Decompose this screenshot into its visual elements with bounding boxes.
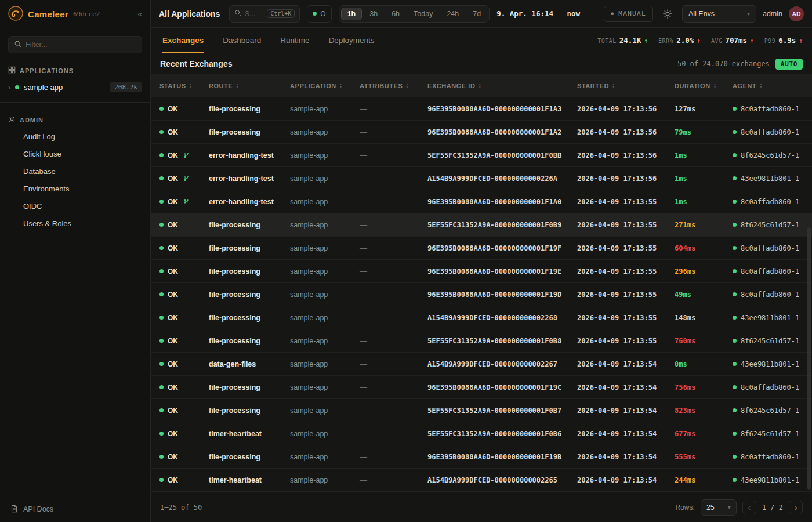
route-cell: file-processing [209, 128, 290, 136]
online-dot [313, 12, 317, 16]
attributes-cell: — [360, 197, 427, 206]
application-cell: sample-app [290, 175, 360, 183]
table-row[interactable]: OKfile-processingsample-app—5EF55FC31352… [151, 399, 812, 422]
table-row[interactable]: OKfile-processingsample-app—96E395B0088A… [151, 97, 812, 121]
agent-status-dot [733, 200, 737, 204]
sidebar-filter[interactable] [8, 36, 142, 53]
table-row[interactable]: OKtimer-heartbeatsample-app—A154B9A999DF… [151, 469, 812, 492]
filter-input[interactable] [26, 41, 136, 49]
attributes-cell: — [360, 336, 427, 345]
agent-status-dot [733, 176, 737, 180]
table-row[interactable]: OKfile-processingsample-app—96E395B0088A… [151, 283, 812, 306]
agent-cell: 8c0affadb860-1 [733, 244, 812, 252]
table-row[interactable]: OKfile-processingsample-app—96E395B0088A… [151, 237, 812, 260]
sidebar-item-environments[interactable]: Environments [0, 180, 150, 197]
table-row[interactable]: OKdata-gen-filessample-app—A154B9A999DFC… [151, 353, 812, 376]
auto-refresh-badge[interactable]: AUTO [775, 59, 803, 70]
theme-toggle-button[interactable] [659, 6, 676, 22]
table-row[interactable]: OKfile-processingsample-app—96E395B0088A… [151, 121, 812, 144]
date-range[interactable]: 9. Apr. 16:14 – now [496, 9, 580, 18]
avatar[interactable]: AD [789, 6, 804, 21]
agent-status-dot [733, 130, 737, 134]
status-cell: OK [160, 221, 209, 229]
sidebar-item-clickhouse[interactable]: ClickHouse [0, 145, 150, 162]
api-docs-link[interactable]: API Docs [0, 496, 150, 522]
column-header-application[interactable]: APPLICATION▲▼ [290, 82, 360, 89]
column-header-status[interactable]: STATUS▲▼ [160, 82, 209, 89]
tab-dashboard[interactable]: Dashboard [223, 28, 261, 53]
table-row[interactable]: OKfile-processingsample-app—5EF55FC31352… [151, 329, 812, 353]
time-range-24h[interactable]: 24h [440, 8, 465, 20]
tab-runtime[interactable]: Runtime [280, 28, 309, 53]
started-cell: 2026-04-09 17:13:54 [577, 430, 675, 438]
agent-status-dot [733, 316, 737, 320]
global-search[interactable]: S... Ctrl+K [229, 5, 300, 23]
scrollbar[interactable] [807, 227, 811, 490]
column-header-agent[interactable]: AGENT▲▼ [733, 82, 812, 89]
application-cell: sample-app [290, 105, 360, 113]
column-header-duration[interactable]: DURATION▲▼ [675, 82, 733, 89]
live-status-pill[interactable]: O [307, 5, 331, 23]
sidebar-item-oidc[interactable]: OIDC [0, 197, 150, 215]
time-range-7d[interactable]: 7d [466, 8, 487, 20]
tab-deployments[interactable]: Deployments [329, 28, 375, 53]
table-row[interactable]: OKfile-processingsample-app—5EF55FC31352… [151, 213, 812, 237]
refresh-mode-button[interactable]: ● MANUAL [604, 6, 653, 22]
agent-status-dot [733, 432, 737, 436]
status-ok-dot [160, 153, 164, 157]
column-header-started[interactable]: STARTED▲▼ [577, 82, 675, 89]
time-range-3h[interactable]: 3h [363, 8, 384, 20]
column-header-exchange-id[interactable]: EXCHANGE ID▲▼ [427, 82, 577, 89]
table-row[interactable]: OKfile-processingsample-app—96E395B0088A… [151, 260, 812, 283]
table-row[interactable]: OKfile-processingsample-app—A154B9A999DF… [151, 306, 812, 329]
table-row[interactable]: OKerror-handling-testsample-app—5EF55FC3… [151, 144, 812, 167]
application-cell: sample-app [290, 221, 360, 229]
time-range-today[interactable]: Today [407, 8, 439, 20]
time-range-1h[interactable]: 1h [341, 8, 362, 20]
sidebar-item-users-roles[interactable]: Users & Roles [0, 215, 150, 232]
agent-status-dot [733, 362, 737, 366]
column-header-route[interactable]: ROUTE▲▼ [209, 82, 290, 89]
exchange-id-cell: 96E395B0088AA6D-000000000001F19B [427, 453, 577, 461]
duration-cell: 1ms [675, 151, 733, 160]
duration-cell: 823ms [675, 407, 733, 415]
tabs: ExchangesDashboardRuntimeDeployments [162, 28, 374, 53]
branch-icon [183, 152, 190, 158]
rows-per-page-select[interactable]: 25 ▾ [701, 499, 737, 516]
time-range-group: 1h3h6hToday24h7d [339, 5, 490, 23]
application-cell: sample-app [290, 291, 360, 299]
status-cell: OK [160, 198, 209, 206]
time-range-6h[interactable]: 6h [385, 8, 406, 20]
table-row[interactable]: OKfile-processingsample-app—96E395B0088A… [151, 445, 812, 469]
status-ok-dot [160, 432, 164, 436]
sidebar-item-audit-log[interactable]: Audit Log [0, 128, 150, 145]
env-select[interactable]: All Envs ▾ [682, 5, 756, 23]
agent-status-dot [733, 223, 737, 227]
sidebar-item-database[interactable]: Database [0, 162, 150, 180]
sidebar-item-sample-app[interactable]: › sample app 208.2k [0, 78, 150, 96]
prev-page-button[interactable]: ‹ [742, 501, 756, 514]
logo[interactable]: Cameleer 69dcce2 [8, 6, 100, 23]
agent-cell: 8f6245c61d57-1 [733, 337, 812, 345]
agent-cell: 8c0affadb860-1 [733, 291, 812, 299]
column-header-attributes[interactable]: ATTRIBUTES▲▼ [360, 82, 427, 89]
sidebar-collapse-button[interactable]: « [137, 9, 142, 19]
status-cell: OK [160, 407, 209, 415]
chevron-right-icon: › [8, 84, 10, 92]
sort-icon: ▲▼ [235, 83, 239, 89]
date-to: now [567, 9, 581, 18]
table-row[interactable]: OKerror-handling-testsample-app—A154B9A9… [151, 167, 812, 190]
main-content: All Applications S... Ctrl+K O 1h3h6hTod… [151, 0, 812, 522]
tab-exchanges[interactable]: Exchanges [162, 28, 204, 53]
topbar: All Applications S... Ctrl+K O 1h3h6hTod… [151, 0, 812, 28]
duration-cell: 555ms [675, 453, 733, 461]
route-cell: file-processing [209, 453, 290, 461]
applications-icon [8, 66, 16, 75]
table-row[interactable]: OKerror-handling-testsample-app—96E395B0… [151, 190, 812, 213]
next-page-button[interactable]: › [789, 501, 803, 514]
online-label: O [320, 10, 325, 18]
table-row[interactable]: OKtimer-heartbeatsample-app—5EF55FC31352… [151, 422, 812, 445]
table-row[interactable]: OKfile-processingsample-app—96E395B0088A… [151, 376, 812, 399]
status-cell: OK [160, 383, 209, 392]
route-cell: file-processing [209, 221, 290, 229]
